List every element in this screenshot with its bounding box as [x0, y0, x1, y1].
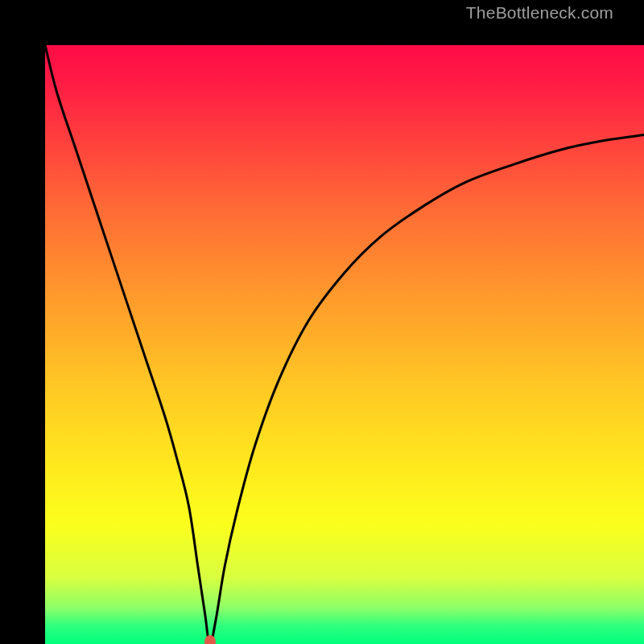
plot-area — [45, 45, 644, 644]
bottleneck-marker — [204, 635, 216, 644]
bottleneck-curve — [45, 45, 644, 644]
watermark-text: TheBottleneck.com — [466, 3, 613, 23]
curve-path — [45, 45, 644, 644]
chart-frame — [0, 0, 644, 644]
